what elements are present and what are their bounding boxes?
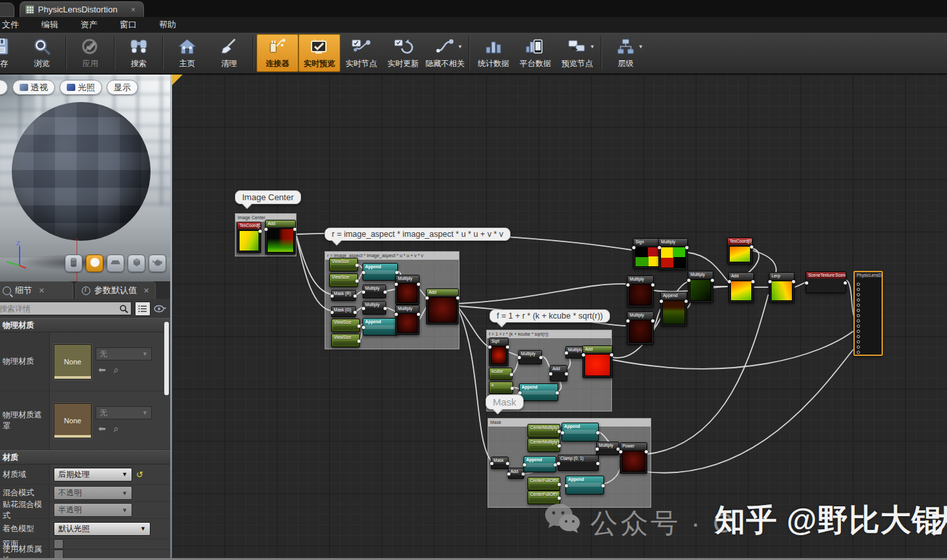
input-pin[interactable]	[561, 431, 564, 434]
menu-item-0[interactable]: 文件	[0, 17, 30, 33]
viewport-button-1[interactable]: 光照	[60, 80, 102, 95]
input-pin[interactable]	[857, 351, 860, 354]
input-pin[interactable]	[857, 340, 860, 343]
output-pin[interactable]	[357, 340, 361, 343]
output-pin[interactable]	[596, 462, 599, 465]
output-pin[interactable]	[844, 281, 847, 285]
graph-node-mask-g-[interactable]: Mask (G)	[331, 306, 356, 317]
toolbar-button-live-node[interactable]: 实时节点	[340, 34, 382, 72]
toolbar-button-apply[interactable]: 应用	[69, 34, 111, 72]
section-header-1[interactable]: 材质	[0, 450, 170, 464]
chevron-down-icon[interactable]: ▼	[590, 44, 595, 50]
combo-混合模式[interactable]: 不透明▼	[54, 486, 132, 500]
graph-node-lerp[interactable]: Lerp	[769, 272, 795, 303]
viewport-menu-button[interactable]	[0, 80, 8, 95]
checkbox-双面[interactable]	[54, 539, 63, 549]
details-scrollbar[interactable]	[164, 322, 169, 395]
graph-node-multiply[interactable]: Multiply	[658, 238, 688, 270]
graph-node-add[interactable]: Add	[265, 220, 296, 254]
graph-node-mask-r-[interactable]: Mask (R)	[331, 290, 356, 301]
graph-node-add[interactable]: Add	[582, 345, 613, 378]
eye-filter-button[interactable]	[154, 304, 167, 313]
details-tab-0[interactable]: 细节✕	[0, 281, 73, 299]
close-icon[interactable]: ✕	[39, 287, 45, 295]
output-pin[interactable]	[417, 283, 420, 286]
input-pin[interactable]	[687, 279, 690, 282]
graph-node-multiply[interactable]: Multiply	[363, 301, 386, 315]
chevron-down-icon[interactable]: ▼	[638, 44, 643, 50]
graph-node-viewsize[interactable]: ViewSize	[329, 258, 358, 271]
shape-button-teapot[interactable]	[149, 254, 166, 272]
output-pin[interactable]	[685, 246, 688, 249]
input-pin[interactable]	[331, 294, 334, 298]
graph-node-add[interactable]: Add	[508, 468, 524, 479]
graph-node-append[interactable]: Append	[363, 263, 398, 281]
use-selected-icon[interactable]: ⬅	[98, 364, 106, 376]
input-pin[interactable]	[362, 307, 365, 310]
output-pin[interactable]	[395, 271, 399, 274]
toolbar-button-hide-unrelated[interactable]: ▼隐藏不相关	[424, 34, 466, 72]
graph-node-centermultiplyx[interactable]: CenterMultiplyX	[527, 424, 560, 438]
section-header-0[interactable]: 物理材质	[0, 318, 170, 332]
input-pin[interactable]	[362, 271, 365, 274]
material-graph-canvas[interactable]: Image Centerr = image_aspect * image_asp…	[172, 75, 947, 560]
output-pin[interactable]	[353, 294, 357, 298]
shape-button-plane[interactable]	[107, 254, 124, 272]
menu-item-2[interactable]: 资产	[69, 17, 109, 33]
input-pin[interactable]	[857, 298, 860, 302]
shape-button-sphere[interactable]	[86, 254, 103, 272]
menu-item-3[interactable]: 窗口	[109, 17, 148, 33]
input-pin[interactable]	[395, 313, 398, 316]
combo-贴花混合模式[interactable]: 半透明▼	[54, 503, 132, 517]
graph-node-append[interactable]: Append	[565, 476, 604, 495]
graph-node-power[interactable]: Power	[620, 442, 647, 474]
input-pin[interactable]	[857, 293, 860, 296]
output-pin[interactable]	[384, 290, 387, 294]
input-pin[interactable]	[549, 372, 552, 376]
graph-node-k[interactable]: k	[489, 381, 513, 394]
reset-to-default-icon[interactable]: ↺	[136, 470, 143, 480]
input-pin[interactable]	[362, 326, 365, 329]
combo-着色模型[interactable]: 默认光照▼	[54, 522, 151, 536]
input-pin[interactable]	[626, 283, 630, 287]
output-pin[interactable]	[539, 356, 543, 359]
toolbar-button-stats[interactable]: 统计数据	[473, 34, 514, 72]
graph-node-mask[interactable]: Mask	[491, 457, 509, 469]
chevron-down-icon[interactable]: ▼	[457, 44, 463, 50]
output-pin[interactable]	[610, 353, 613, 357]
asset-thumbnail[interactable]: None	[54, 403, 92, 438]
output-pin[interactable]	[456, 296, 459, 300]
input-pin[interactable]	[362, 290, 365, 294]
input-pin[interactable]	[264, 228, 268, 231]
list-view-button[interactable]	[135, 302, 151, 316]
output-pin[interactable]	[601, 484, 605, 487]
combo-材质域[interactable]: 后期处理▼	[54, 468, 132, 481]
toolbar-button-clean[interactable]: 清理	[208, 34, 250, 72]
input-pin[interactable]	[490, 462, 493, 465]
graph-node-texcoord-0-[interactable]: TexCoord[0]	[727, 237, 753, 264]
output-pin[interactable]	[510, 387, 514, 390]
output-pin[interactable]	[750, 245, 753, 249]
toolbar-button-preview-node[interactable]: ▼预览节点	[556, 34, 598, 72]
output-pin[interactable]	[792, 280, 795, 283]
output-pin[interactable]	[506, 462, 509, 465]
graph-node-clamp-0-1-[interactable]: Clamp (0, 1)	[558, 455, 599, 471]
output-pin[interactable]	[355, 279, 359, 283]
input-pin[interactable]	[805, 281, 808, 285]
graph-node-viewsize[interactable]: ViewSize	[331, 319, 360, 332]
output-pin[interactable]	[259, 230, 262, 233]
graph-node-multiply[interactable]: Multiply	[395, 275, 420, 305]
toolbar-button-platform[interactable]: 平台数据	[514, 34, 556, 72]
graph-node-multiply[interactable]: Multiply	[688, 271, 713, 303]
input-pin[interactable]	[331, 311, 334, 314]
input-pin[interactable]	[619, 450, 622, 453]
toolbar-button-hierarchy[interactable]: ▼层级	[605, 34, 647, 72]
input-pin[interactable]	[395, 283, 398, 286]
input-pin[interactable]	[857, 309, 860, 312]
graph-node-add[interactable]: Add	[550, 365, 567, 381]
input-pin[interactable]	[582, 353, 585, 357]
output-pin[interactable]	[353, 311, 357, 314]
graph-node-multiply[interactable]: Multiply	[518, 350, 542, 364]
input-pin[interactable]	[857, 304, 860, 307]
output-pin[interactable]	[711, 279, 714, 282]
